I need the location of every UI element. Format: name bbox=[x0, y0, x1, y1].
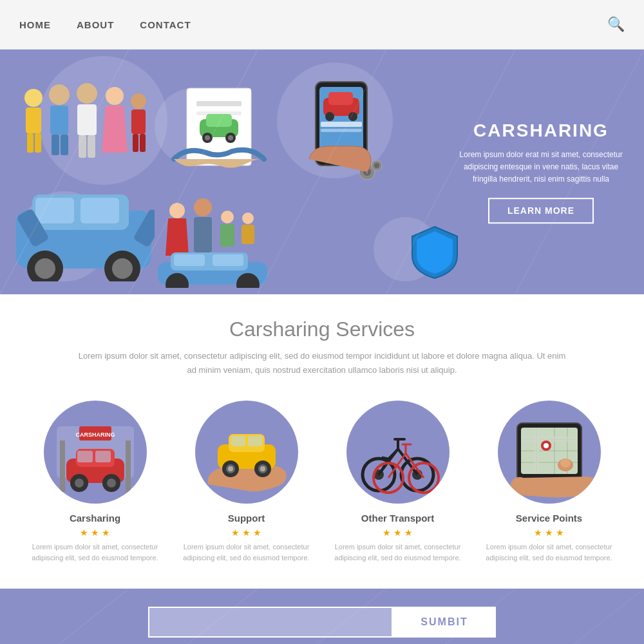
svg-rect-79 bbox=[95, 451, 111, 462]
svg-point-25 bbox=[35, 258, 55, 279]
svg-rect-56 bbox=[194, 217, 212, 252]
footer-banner: SUMBIT Lorem ipsum dolor sit amet, conse… bbox=[0, 589, 644, 644]
svg-rect-88 bbox=[231, 436, 245, 446]
service-stars-support: ★ ★ ★ bbox=[182, 527, 311, 538]
svg-point-55 bbox=[194, 198, 212, 216]
carsharing-circle: CARSHARING bbox=[44, 401, 147, 504]
hero-text-area: CARSHARING Lorem ipsum dolor erat mi sit… bbox=[457, 120, 625, 223]
svg-point-27 bbox=[112, 258, 133, 279]
family-area bbox=[151, 191, 274, 288]
hero-title: CARSHARING bbox=[457, 120, 625, 141]
svg-rect-29 bbox=[80, 198, 119, 223]
svg-point-40 bbox=[228, 135, 233, 140]
services-title: Carsharing Services bbox=[26, 317, 618, 341]
svg-point-59 bbox=[221, 211, 234, 223]
footer-form: SUMBIT bbox=[26, 607, 618, 638]
svg-rect-12 bbox=[61, 135, 68, 155]
services-section: Carsharing Services Lorem ipsum dolor si… bbox=[0, 294, 644, 589]
svg-point-53 bbox=[374, 163, 379, 168]
hero-description: Lorem ipsum dolor erat mi sit amet, cons… bbox=[457, 149, 625, 186]
svg-point-18 bbox=[131, 93, 146, 109]
service-stars-transport: ★ ★ ★ bbox=[334, 527, 462, 538]
service-support: Support ★ ★ ★ Lorem ipsum dolor sit amet… bbox=[182, 401, 311, 563]
svg-rect-15 bbox=[79, 135, 86, 158]
svg-point-77 bbox=[107, 478, 116, 488]
svg-point-45 bbox=[325, 112, 334, 121]
svg-point-76 bbox=[75, 478, 84, 488]
svg-point-46 bbox=[348, 112, 357, 121]
svg-rect-62 bbox=[242, 225, 254, 244]
navigation: HOME ABOUT CONTACT 🔍 bbox=[0, 0, 644, 50]
search-icon[interactable]: 🔍 bbox=[607, 16, 625, 33]
svg-rect-47 bbox=[321, 122, 362, 127]
svg-point-90 bbox=[228, 466, 233, 471]
footer-email-input[interactable] bbox=[148, 607, 393, 638]
people-group bbox=[13, 62, 155, 281]
svg-rect-118 bbox=[534, 428, 539, 474]
svg-rect-19 bbox=[131, 109, 146, 134]
svg-rect-44 bbox=[328, 92, 353, 105]
svg-rect-117 bbox=[521, 437, 578, 442]
svg-point-5 bbox=[24, 89, 43, 107]
service-text-support: Lorem ipsum dolor sit amet, consectetur … bbox=[182, 542, 311, 563]
svg-rect-7 bbox=[27, 133, 33, 153]
service-name-carsharing: Carsharing bbox=[31, 513, 160, 524]
nav-home[interactable]: HOME bbox=[19, 19, 51, 30]
svg-rect-80 bbox=[60, 440, 65, 492]
svg-point-120 bbox=[544, 443, 549, 448]
svg-rect-48 bbox=[321, 129, 362, 132]
transport-circle bbox=[346, 401, 450, 504]
nav-about[interactable]: ABOUT bbox=[77, 19, 114, 30]
service-points-circle bbox=[498, 401, 601, 504]
submit-button[interactable]: SUMBIT bbox=[393, 607, 496, 638]
svg-point-38 bbox=[205, 135, 210, 140]
service-text-carsharing: Lorem ipsum dolor sit amet, consectetur … bbox=[31, 542, 160, 563]
svg-rect-60 bbox=[220, 224, 234, 247]
service-name-support: Support bbox=[182, 513, 311, 524]
svg-text:CARSHARING: CARSHARING bbox=[75, 431, 115, 438]
svg-rect-8 bbox=[35, 133, 41, 153]
shield-icon bbox=[409, 223, 460, 281]
services-grid: CARSHARING Carsharing ★ ★ ★ Lorem bbox=[26, 401, 618, 563]
handshake-area bbox=[161, 82, 277, 191]
svg-rect-33 bbox=[196, 101, 242, 106]
svg-rect-89 bbox=[248, 436, 262, 446]
svg-point-13 bbox=[77, 83, 97, 104]
svg-rect-6 bbox=[26, 108, 41, 133]
svg-rect-21 bbox=[140, 134, 146, 152]
svg-point-17 bbox=[106, 87, 124, 105]
svg-point-61 bbox=[242, 213, 254, 224]
service-stars-points: ★ ★ ★ bbox=[485, 527, 614, 538]
svg-point-122 bbox=[560, 459, 571, 468]
service-points: Service Points ★ ★ ★ Lorem ipsum dolor s… bbox=[485, 401, 614, 563]
support-circle bbox=[195, 401, 298, 504]
svg-line-102 bbox=[382, 457, 388, 459]
learn-more-button[interactable]: LEARN MORE bbox=[488, 198, 594, 223]
svg-point-9 bbox=[49, 84, 70, 105]
service-text-transport: Lorem ipsum dolor sit amet, consectetur … bbox=[334, 542, 462, 563]
svg-point-54 bbox=[169, 203, 185, 218]
service-transport: Other Transport ★ ★ ★ Lorem ipsum dolor … bbox=[334, 401, 462, 563]
svg-rect-20 bbox=[133, 134, 138, 152]
service-name-transport: Other Transport bbox=[334, 513, 462, 524]
service-carsharing: CARSHARING Carsharing ★ ★ ★ Lorem bbox=[31, 401, 160, 563]
svg-rect-68 bbox=[213, 254, 243, 266]
svg-rect-10 bbox=[50, 106, 68, 135]
hero-banner: CARSHARING Lorem ipsum dolor erat mi sit… bbox=[0, 50, 644, 294]
service-text-points: Lorem ipsum dolor sit amet, consectetur … bbox=[485, 542, 614, 563]
svg-rect-36 bbox=[206, 114, 232, 127]
service-name-points: Service Points bbox=[485, 513, 614, 524]
svg-point-91 bbox=[260, 466, 265, 471]
svg-rect-14 bbox=[77, 104, 97, 135]
svg-rect-78 bbox=[77, 451, 93, 462]
svg-rect-67 bbox=[174, 254, 205, 266]
svg-rect-28 bbox=[35, 198, 74, 223]
services-description: Lorem ipsum dolor sit amet, consectetur … bbox=[77, 349, 567, 377]
service-stars-carsharing: ★ ★ ★ bbox=[31, 527, 160, 538]
nav-contact[interactable]: CONTACT bbox=[140, 19, 191, 30]
svg-rect-11 bbox=[52, 135, 59, 155]
svg-rect-16 bbox=[88, 135, 95, 158]
phone-car-area bbox=[277, 62, 406, 204]
svg-rect-81 bbox=[126, 440, 131, 492]
